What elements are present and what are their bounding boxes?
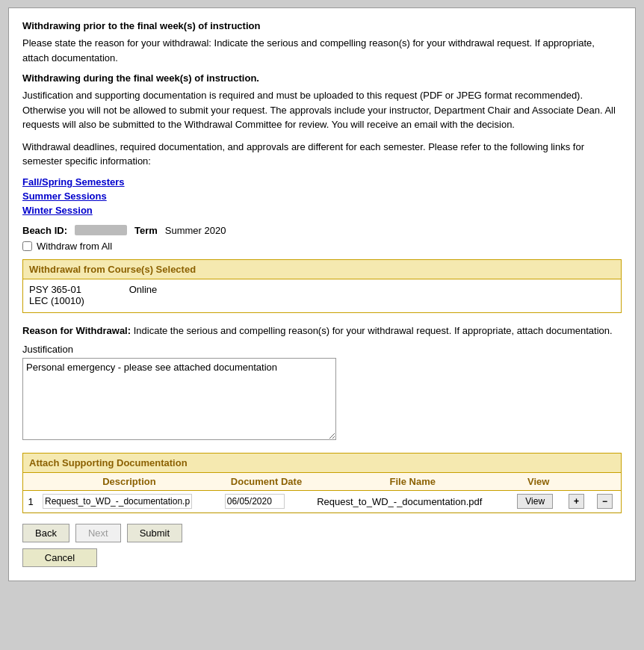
reason-title: Reason for Withdrawal: (22, 325, 131, 336)
attachment-view-cell: View (513, 491, 564, 513)
remove-attachment-button[interactable]: − (597, 494, 613, 509)
beach-id-row: Beach ID: Term Summer 2020 (22, 225, 622, 236)
col-description: Description (38, 473, 220, 491)
course-mode: Online (129, 284, 158, 306)
col-file-name: File Name (312, 473, 513, 491)
attach-header: Attach Supporting Documentation (23, 454, 621, 473)
next-button[interactable]: Next (75, 524, 121, 542)
cancel-row: Cancel (22, 548, 622, 567)
action-buttons-row: Back Next Submit (22, 524, 622, 542)
attach-table: Description Document Date File Name View… (23, 473, 621, 513)
page-container: Withdrawing prior to the final week(s) o… (8, 7, 636, 581)
withdraw-all-label: Withdraw from All (37, 241, 112, 252)
attach-section: Attach Supporting Documentation Descript… (22, 453, 622, 513)
course-type: LEC (10010) (29, 295, 84, 306)
col-remove (592, 473, 621, 491)
withdrawal-table: Withdrawal from Course(s) Selected PSY 3… (22, 259, 622, 313)
justification-textarea[interactable]: Personal emergency - please see attached… (22, 358, 336, 440)
term-value: Summer 2020 (165, 225, 226, 236)
course-code: PSY 365-01 (29, 284, 84, 295)
col-add (564, 473, 592, 491)
attachment-remove-cell: − (592, 491, 621, 513)
section2-text: Justification and supporting documentati… (22, 88, 622, 132)
course-row: PSY 365-01 LEC (10010) Online (29, 284, 615, 306)
withdrawal-table-body: PSY 365-01 LEC (10010) Online (23, 279, 621, 312)
attachment-description (38, 491, 220, 513)
section1-text: Please state the reason for your withdra… (22, 36, 622, 65)
back-button[interactable]: Back (22, 524, 69, 542)
beach-id-value (75, 225, 127, 235)
col-num (23, 473, 38, 491)
add-attachment-button[interactable]: + (569, 494, 584, 509)
links-section: Fall/Spring Semesters Summer Sessions Wi… (22, 176, 622, 216)
withdrawal-table-header: Withdrawal from Course(s) Selected (23, 260, 621, 279)
view-button[interactable]: View (517, 494, 553, 509)
attachment-file-name: Request_to_WD_-_documentation.pdf (312, 491, 513, 513)
reason-section: Reason for Withdrawal: Indicate the seri… (22, 324, 622, 443)
cancel-button[interactable]: Cancel (22, 548, 97, 567)
section3-text: Withdrawal deadlines, required documenta… (22, 140, 622, 169)
course-info: PSY 365-01 LEC (10010) (29, 284, 84, 306)
beach-id-label: Beach ID: (22, 225, 67, 236)
attachment-add-cell: + (564, 491, 592, 513)
reason-text: Reason for Withdrawal: Indicate the seri… (22, 324, 622, 338)
submit-button[interactable]: Submit (127, 524, 182, 542)
fall-spring-link[interactable]: Fall/Spring Semesters (22, 176, 622, 188)
withdraw-all-checkbox[interactable] (22, 241, 32, 251)
attachment-row: 1 Request_to_WD_-_documentation.pdf View… (23, 491, 621, 513)
winter-session-link[interactable]: Winter Session (22, 205, 622, 216)
doc-date-input[interactable] (225, 494, 285, 509)
summer-sessions-link[interactable]: Summer Sessions (22, 191, 622, 202)
col-doc-date: Document Date (220, 473, 312, 491)
attachment-num: 1 (23, 491, 38, 513)
reason-detail: Indicate the serious and compelling reas… (134, 325, 613, 336)
justification-label: Justification (22, 344, 622, 355)
withdraw-all-row: Withdraw from All (22, 241, 622, 252)
attachment-doc-date (220, 491, 312, 513)
section2-title: Withdrawing during the final week(s) of … (22, 72, 622, 84)
section1-title: Withdrawing prior to the final week(s) o… (22, 20, 622, 31)
term-label: Term (134, 225, 158, 236)
col-view: View (513, 473, 564, 491)
description-input[interactable] (43, 494, 192, 509)
